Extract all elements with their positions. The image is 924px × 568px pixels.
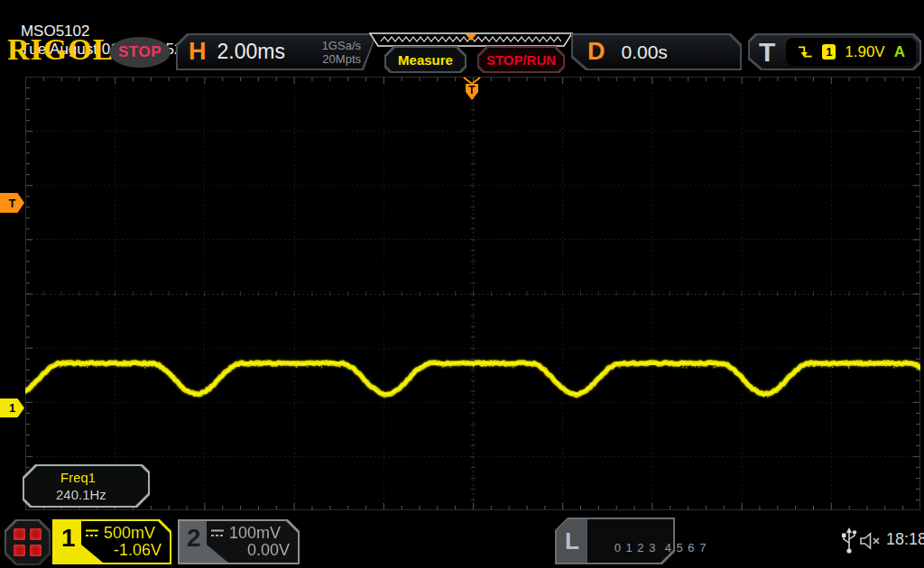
ch2-number: 2 bbox=[187, 524, 201, 553]
stop-run-button-label: STOP/RUN bbox=[479, 52, 563, 68]
ch1-level-marker[interactable]: 1 bbox=[0, 399, 24, 417]
dc-coupling-icon bbox=[85, 528, 99, 538]
trigger-position-icon[interactable]: T bbox=[463, 77, 481, 101]
svg-text:T: T bbox=[468, 84, 476, 96]
quick-menu-grid-icon bbox=[14, 528, 42, 556]
oscilloscope-screen: MSO5102 Tue August 01 18:18:52 2023 RIGO… bbox=[0, 0, 924, 568]
stop-run-button[interactable]: STOP/RUN bbox=[477, 46, 565, 73]
falling-edge-icon bbox=[797, 44, 813, 60]
delay-label: D bbox=[587, 38, 605, 66]
measure-button-label: Measure bbox=[386, 52, 465, 68]
channel1-block[interactable]: 1 500mV -1.06V bbox=[52, 519, 171, 564]
trigger-label: T bbox=[750, 37, 775, 68]
sample-rate: 1GSa/s bbox=[322, 39, 361, 52]
measurement-panel[interactable]: Freq1 240.1Hz bbox=[23, 464, 150, 508]
usb-icon bbox=[840, 527, 858, 554]
channel2-block[interactable]: 2 100mV 0.00V bbox=[178, 519, 300, 564]
measurement-name: Freq1 bbox=[60, 470, 96, 485]
stop-badge: STOP bbox=[109, 37, 171, 68]
measure-button[interactable]: Measure bbox=[384, 46, 467, 73]
ch1-number: 1 bbox=[61, 524, 76, 553]
ch2-offset: 0.00V bbox=[247, 541, 290, 560]
ch2-scale: 100mV bbox=[229, 524, 281, 543]
channel-source-badge: 1 bbox=[822, 44, 836, 60]
trigger-level-marker[interactable]: T bbox=[0, 193, 24, 213]
trigger-level-value: 1.90V bbox=[845, 43, 884, 61]
digital-row1: 0 1 2 3 4 5 6 7 bbox=[614, 541, 707, 554]
timebase-value: 2.00ms bbox=[217, 40, 285, 64]
quick-menu-button[interactable] bbox=[5, 519, 51, 565]
memory-depth: 20Mpts bbox=[322, 52, 361, 66]
scope-canvas[interactable] bbox=[25, 77, 920, 510]
horizontal-label: H bbox=[189, 38, 207, 66]
digital-channels-block[interactable]: L 0 1 2 3 4 5 6 7 8 9 10 11 12 13 14 15 bbox=[555, 518, 675, 564]
ch1-offset: -1.06V bbox=[114, 541, 162, 560]
ch1-scale: 500mV bbox=[104, 524, 155, 543]
horizontal-panel[interactable]: H 2.00ms 1GSa/s 20Mpts bbox=[176, 33, 377, 70]
trigger-sweep-mode: A bbox=[894, 43, 905, 61]
delay-value: 0.00s bbox=[622, 41, 668, 63]
measurement-value: 240.1Hz bbox=[56, 487, 106, 502]
speaker-muted-icon bbox=[859, 531, 882, 551]
dc-coupling-icon bbox=[210, 528, 225, 538]
rigol-logo: RIGOL bbox=[7, 32, 114, 67]
digital-label: L bbox=[557, 519, 587, 563]
clock: 18:18 bbox=[886, 530, 924, 549]
trigger-panel[interactable]: T 1 1.90V A bbox=[748, 33, 921, 70]
delay-panel[interactable]: D 0.00s bbox=[571, 33, 742, 70]
